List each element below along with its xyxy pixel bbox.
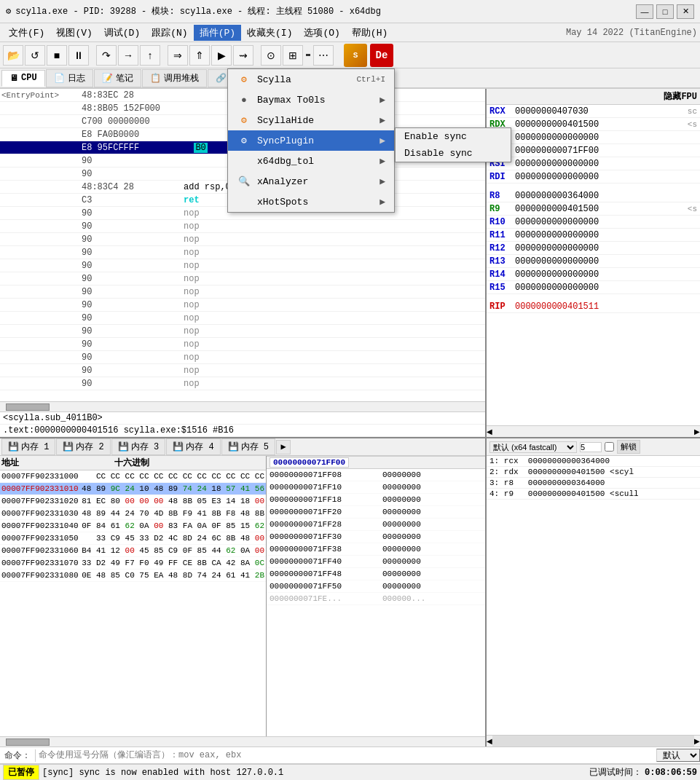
list-item[interactable]: RDI 0000000000000000 [487, 170, 700, 184]
table-row[interactable]: 00007FF902331030 48 89 44 24 70 4D 8B F9… [0, 508, 266, 520]
menu-plugins[interactable]: 插件(P) [194, 25, 241, 41]
stack-list[interactable]: 1: rcx 00000000000364000 2: rdx 00000000… [487, 456, 700, 735]
menu-favorites[interactable]: 收藏夹(I) [241, 25, 298, 41]
table-row[interactable]: 00007FF902331020 81 EC 80 00 00 00 48 8B… [0, 495, 266, 508]
tb-step-over-button[interactable]: → [118, 45, 138, 66]
tb-run-button[interactable]: ▶ [211, 45, 232, 66]
tb-scylla-icon[interactable]: S [344, 44, 367, 67]
list-item[interactable]: R14 0000000000000000 [487, 268, 700, 281]
tb-more-button[interactable]: ⋯ [313, 45, 334, 66]
list-item[interactable]: R13 0000000000000000 [487, 255, 700, 268]
list-item[interactable]: RBP 0000000000000000 [487, 131, 700, 144]
tb-step-into-button[interactable]: ↷ [96, 45, 117, 66]
call-conv-select[interactable]: 默认 (x64 fastcall) [489, 441, 577, 453]
menu-help[interactable]: 帮助(H) [346, 25, 393, 41]
plugin-item-x64dbgtol[interactable]: x64dbg_tol ▶ [228, 151, 394, 171]
table-row[interactable]: 00007FF902331040 0F 84 61 62 0A 00 83 FA… [0, 520, 266, 532]
tb-stop-button[interactable]: ■ [47, 45, 67, 66]
menu-file[interactable]: 文件(F) [3, 25, 50, 41]
minimize-button[interactable]: — [636, 4, 653, 19]
list-item[interactable]: 00000000071FF10 00000000 [267, 481, 485, 494]
table-row[interactable]: 90 nop [0, 351, 485, 364]
tb-animate-button[interactable]: ⇝ [233, 45, 253, 66]
table-row[interactable]: 90 nop [0, 233, 485, 246]
list-item[interactable]: 0000000071FE... 000000... [267, 593, 485, 605]
table-row[interactable]: 00007FF902331010 48 89 9C 24 10 48 89 74… [0, 483, 266, 495]
stack-scroll-left[interactable]: ◀ [487, 736, 492, 746]
stack-scroll-right[interactable]: ▶ [694, 736, 700, 746]
memory-left-panel[interactable]: 地址 十六进制 00007FF902331000 CC CC CC CC CC … [0, 456, 267, 736]
list-item[interactable]: RIP 0000000000401511 [487, 300, 700, 313]
submenu-enable-sync[interactable]: Enable sync [396, 128, 511, 145]
list-item[interactable]: R10 0000000000000000 [487, 216, 700, 229]
memory-hscroll[interactable] [0, 736, 485, 746]
list-item[interactable]: R8 0000000000364000 [487, 189, 700, 202]
unlock-button[interactable]: 解锁 [617, 440, 640, 454]
list-item[interactable]: 00000000071FF30 00000000 [267, 531, 485, 543]
plugin-dropdown[interactable]: ⚙ Scylla Ctrl+I ● Baymax To0ls ▶ ⚙ Scyll… [227, 68, 395, 213]
table-row[interactable]: 90 nop [0, 246, 485, 259]
tb-memory-map-button[interactable]: ⊞ [283, 45, 303, 66]
list-item[interactable]: R12 0000000000000000 [487, 242, 700, 255]
mem-tab-4[interactable]: 💾 内存 4 [166, 438, 220, 455]
list-item[interactable]: R15 0000000000000000 [487, 281, 700, 294]
tb-breakpoints-button[interactable]: ⊙ [261, 45, 281, 66]
mem-tab-1[interactable]: 💾 内存 1 [1, 438, 55, 455]
table-row[interactable]: 00007FF902331080 0E 48 85 C0 75 EA 48 8D… [0, 570, 266, 582]
list-item[interactable]: RSP 000000000071FF00 [487, 144, 700, 157]
list-item[interactable]: 00000000071FF08 00000000 [267, 469, 485, 481]
list-item[interactable]: 00000000071FF18 00000000 [267, 494, 485, 506]
list-item[interactable]: 00000000071FF48 00000000 [267, 568, 485, 580]
disasm-hscroll[interactable] [0, 401, 485, 411]
list-item[interactable]: 00000000071FF28 00000000 [267, 519, 485, 531]
table-row[interactable]: 90 nop [0, 285, 485, 299]
list-item[interactable]: 00000000071FF50 00000000 [267, 580, 485, 593]
list-item[interactable]: 00000000071FF20 00000000 [267, 506, 485, 519]
list-item[interactable]: R11 0000000000000000 [487, 229, 700, 242]
arg-count-input[interactable] [580, 442, 602, 452]
plugin-item-scyllahide[interactable]: ⚙ ScyllaHide ▶ [228, 110, 394, 130]
tb-pause-button[interactable]: ⏸ [68, 45, 89, 66]
table-row[interactable]: 00007FF902331070 33 D2 49 F7 F0 49 FF CE… [0, 557, 266, 570]
tb-restart-button[interactable]: ↺ [25, 45, 45, 66]
menu-options[interactable]: 选项(O) [298, 25, 345, 41]
reg-scroll-left[interactable]: ◀ [487, 426, 492, 437]
table-row[interactable]: 90 nop [0, 312, 485, 325]
plugin-item-xanalyzer[interactable]: 🔍 xAnalyzer ▶ [228, 171, 394, 192]
mem-tab-2[interactable]: 💾 内存 2 [56, 438, 110, 455]
syncplugin-submenu[interactable]: Enable sync Disable sync [395, 127, 511, 162]
table-row[interactable]: 90 nop [0, 377, 485, 390]
maximize-button[interactable]: □ [656, 4, 674, 19]
table-row[interactable]: 90 nop [0, 299, 485, 312]
table-row[interactable]: 90 nop [0, 364, 485, 377]
plugin-item-scylla[interactable]: ⚙ Scylla Ctrl+I [228, 69, 394, 90]
tab-notes[interactable]: 📝 笔记 [94, 69, 141, 87]
lock-checkbox[interactable] [605, 442, 614, 452]
memory-right-panel[interactable]: 00000000071FF00 00000000071FF08 00000000… [267, 456, 485, 736]
plugin-item-xhotspots[interactable]: xHotSpots ▶ [228, 192, 394, 212]
submenu-disable-sync[interactable]: Disable sync [396, 145, 511, 162]
mem-tab-5[interactable]: 💾 内存 5 [221, 438, 275, 455]
tab-callstack[interactable]: 📋 调用堆栈 [142, 69, 207, 87]
tb-execute-til-return-button[interactable]: ⇑ [189, 45, 210, 66]
tb-open-button[interactable]: 📂 [3, 45, 23, 66]
tab-cpu[interactable]: 🖥 CPU [1, 70, 45, 87]
menu-debug[interactable]: 调试(D) [98, 25, 146, 41]
table-row[interactable]: 00007FF902331050 33 C9 45 33 D2 4C 8D 24… [0, 532, 266, 545]
reg-scroll[interactable]: RCX 00000000407030 sc RDX 00000000004015… [487, 105, 700, 425]
list-item[interactable]: RDX 0000000000401500 <s [487, 118, 700, 131]
mem-tab-3[interactable]: 💾 内存 3 [111, 438, 165, 455]
table-row[interactable]: 90 nop [0, 272, 485, 285]
list-item[interactable]: 00000000071FF38 00000000 [267, 543, 485, 556]
tb-de-icon[interactable]: De [370, 44, 393, 67]
table-row[interactable]: 90 nop [0, 220, 485, 233]
menu-view[interactable]: 视图(V) [50, 25, 98, 41]
tab-log[interactable]: 📄 日志 [46, 69, 93, 87]
table-row[interactable]: 00007FF902331000 CC CC CC CC CC CC CC CC… [0, 470, 266, 483]
list-item[interactable]: RCX 00000000407030 sc [487, 105, 700, 118]
close-button[interactable]: ✕ [677, 4, 694, 19]
cmd-dropdown[interactable]: 默认 [656, 749, 700, 762]
tb-run-to-cursor-button[interactable]: ⇒ [168, 45, 188, 66]
table-row[interactable]: 90 nop [0, 259, 485, 272]
table-row[interactable]: 00007FF902331060 B4 41 12 00 45 85 C9 0F… [0, 545, 266, 557]
